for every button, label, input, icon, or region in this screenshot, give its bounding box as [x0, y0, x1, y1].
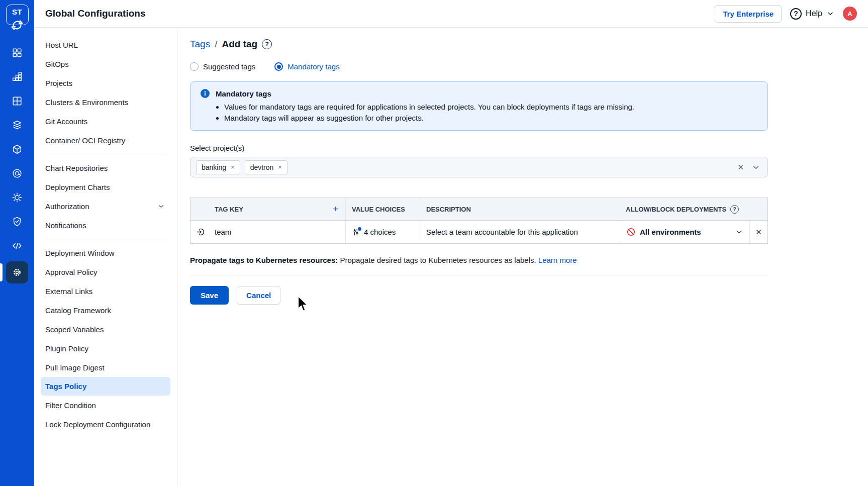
jobs-icon[interactable] — [12, 71, 23, 82]
sidebar-divider — [45, 154, 166, 154]
info-bullet: Values for mandatory tags are required f… — [224, 103, 757, 111]
security-shield-icon[interactable] — [12, 216, 23, 227]
tag-key-cell[interactable]: team — [211, 221, 345, 243]
radio-suggested-tags[interactable]: Suggested tags — [190, 62, 255, 71]
sidebar-item-pull-image-digest[interactable]: Pull Image Digest — [34, 358, 177, 377]
breadcrumb-tags-link[interactable]: Tags — [190, 39, 210, 50]
block-icon — [626, 227, 636, 237]
devtron-logo-icon — [10, 18, 24, 32]
allow-block-dropdown[interactable]: All environments — [620, 221, 749, 243]
sidebar-item-approval-policy[interactable]: Approval Policy — [34, 262, 177, 281]
propagate-note-bold: Propagate tags to Kubernetes resources: — [190, 256, 338, 264]
sidebar-item-external-links[interactable]: External Links — [34, 281, 177, 301]
user-avatar[interactable]: A — [843, 7, 857, 21]
breadcrumb: Tags / Add tag ? — [190, 39, 768, 50]
info-box-title: Mandatory tags — [216, 89, 271, 98]
settings-sidebar: Host URL GitOps Projects Clusters & Envi… — [34, 28, 177, 486]
breadcrumb-current: Add tag — [222, 39, 257, 50]
cancel-button[interactable]: Cancel — [237, 286, 280, 305]
col-header-allow-block: ALLOW/BLOCK DEPLOYMENTS — [626, 206, 726, 213]
sidebar-item-container-oci-registry[interactable]: Container/ OCI Registry — [34, 131, 177, 150]
chevron-down-icon — [735, 228, 743, 236]
active-rail-indicator — [0, 263, 3, 281]
sidebar-item-notifications[interactable]: Notifications — [34, 216, 177, 235]
chevron-down-icon[interactable] — [751, 163, 760, 172]
main-content: Tags / Add tag ? Suggested tags Mandator… — [177, 28, 868, 486]
propagate-tag-icon[interactable] — [190, 221, 211, 243]
help-menu[interactable]: ? Help — [790, 8, 834, 20]
delete-row-icon[interactable]: ✕ — [749, 221, 767, 243]
sidebar-divider — [45, 239, 166, 239]
select-projects-label: Select project(s) — [190, 144, 768, 152]
sidebar-item-chart-repositories[interactable]: Chart Repositories — [34, 158, 177, 177]
mandatory-tags-info-box: i Mandatory tags Values for mandatory ta… — [190, 81, 768, 131]
app-header: Global Configurations Try Enterprise ? H… — [34, 0, 868, 28]
packages-icon[interactable] — [12, 144, 23, 155]
col-header-tag-key: TAG KEY — [215, 206, 243, 213]
sidebar-item-plugin-policy[interactable]: Plugin Policy — [34, 339, 177, 358]
mandatory-tags-table: TAG KEY + VALUE CHOICES DESCRIPTION ALLO… — [190, 198, 768, 244]
tag-type-radio-group: Suggested tags Mandatory tags — [190, 62, 768, 71]
chip-remove-icon[interactable]: × — [278, 164, 282, 170]
bulk-edit-icon[interactable] — [12, 168, 23, 179]
help-icon[interactable]: ? — [730, 205, 739, 214]
choices-badge-dot — [358, 227, 361, 231]
info-bullet: Mandatory tags will appear as suggestion… — [224, 114, 757, 122]
sidebar-item-deployment-window[interactable]: Deployment Window — [34, 243, 177, 262]
table-header-row: TAG KEY + VALUE CHOICES DESCRIPTION ALLO… — [190, 198, 767, 221]
propagate-note-text: Propagate desired tags to Kubernetes res… — [338, 256, 538, 264]
save-button[interactable]: Save — [190, 286, 229, 305]
choices-filter-icon — [352, 228, 360, 236]
chip-remove-icon[interactable]: × — [231, 164, 235, 170]
info-icon: i — [201, 89, 210, 98]
sidebar-item-git-accounts[interactable]: Git Accounts — [34, 112, 177, 131]
project-chip: devtron × — [245, 160, 287, 174]
col-header-description: DESCRIPTION — [420, 198, 620, 220]
value-choices-cell[interactable]: 4 choices — [345, 221, 420, 243]
operations-icon[interactable] — [12, 192, 23, 203]
sidebar-item-projects[interactable]: Projects — [34, 73, 177, 92]
help-icon[interactable]: ? — [262, 39, 272, 49]
radio-circle-selected-icon — [274, 62, 283, 71]
apps-grid-icon[interactable] — [12, 47, 23, 58]
page-title: Global Configurations — [45, 8, 146, 19]
sidebar-item-filter-condition[interactable]: Filter Condition — [34, 396, 177, 415]
breadcrumb-separator: / — [215, 39, 217, 50]
help-icon: ? — [790, 8, 802, 20]
footer-divider — [190, 275, 768, 275]
chevron-down-icon — [826, 10, 834, 18]
add-tag-row-icon[interactable]: + — [333, 204, 338, 215]
sidebar-item-catalog-framework[interactable]: Catalog Framework — [34, 301, 177, 320]
sidebar-item-authorization[interactable]: Authorization — [34, 197, 177, 216]
application-groups-icon[interactable] — [12, 95, 23, 107]
sidebar-item-scoped-variables[interactable]: Scoped Variables — [34, 320, 177, 339]
radio-mandatory-tags[interactable]: Mandatory tags — [274, 62, 339, 71]
sidebar-item-lock-deployment-configuration[interactable]: Lock Deployment Configuration — [34, 415, 177, 434]
col-header-value-choices: VALUE CHOICES — [345, 198, 420, 220]
propagate-note: Propagate tags to Kubernetes resources: … — [190, 256, 768, 264]
radio-circle-icon — [190, 62, 199, 71]
code-icon[interactable] — [12, 240, 23, 251]
try-enterprise-button[interactable]: Try Enterprise — [715, 5, 782, 23]
project-chip: banking × — [196, 160, 240, 174]
icon-rail: ST — [0, 0, 34, 486]
settings-icon[interactable] — [6, 261, 28, 283]
help-label: Help — [806, 9, 822, 18]
sidebar-item-clusters-environments[interactable]: Clusters & Environments — [34, 92, 177, 112]
sidebar-item-deployment-charts[interactable]: Deployment Charts — [34, 177, 177, 197]
sidebar-item-tags-policy[interactable]: Tags Policy — [41, 377, 170, 396]
chart-store-icon[interactable] — [12, 120, 23, 131]
description-cell[interactable]: Select a team accountable for this appli… — [420, 221, 620, 243]
project-multiselect[interactable]: banking × devtron × ✕ — [190, 157, 768, 177]
clear-all-icon[interactable]: ✕ — [737, 163, 744, 172]
sidebar-item-host-url[interactable]: Host URL — [34, 35, 177, 54]
sidebar-item-gitops[interactable]: GitOps — [34, 54, 177, 73]
learn-more-link[interactable]: Learn more — [538, 256, 577, 264]
product-logo-text: ST — [12, 8, 22, 16]
chevron-down-icon — [157, 203, 165, 210]
table-row: team 4 choices Select a team accountable… — [190, 221, 767, 243]
